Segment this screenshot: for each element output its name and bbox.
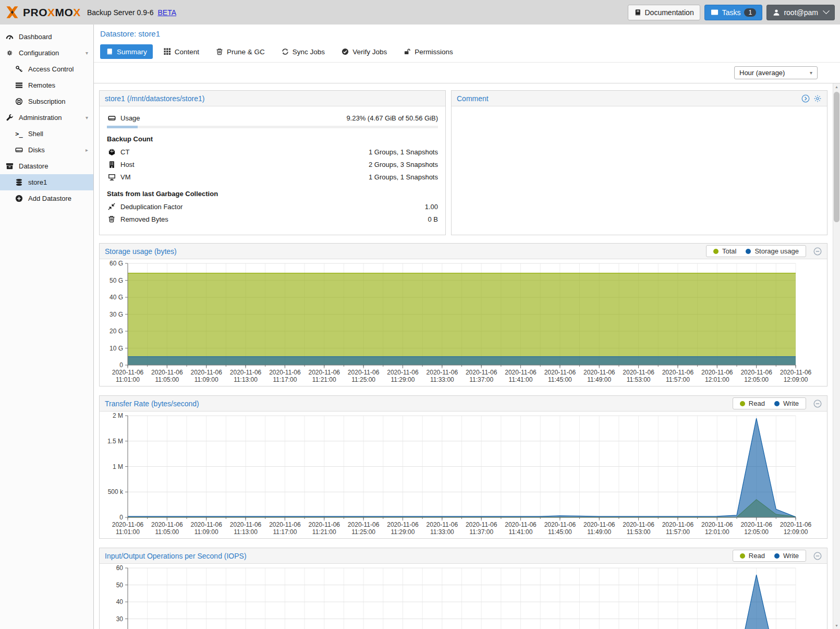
svg-text:2020-11-06: 2020-11-06	[544, 521, 576, 528]
scroll-up-icon[interactable]: ▲	[833, 85, 840, 89]
desktop-icon	[107, 173, 116, 181]
beta-link[interactable]: BETA	[158, 8, 177, 17]
gear-icon[interactable]	[813, 94, 822, 103]
main-area: Datastore: store1 SummaryContentPrune & …	[94, 25, 840, 629]
legend-item[interactable]: Write	[774, 400, 799, 407]
svg-text:12:05:00: 12:05:00	[744, 376, 769, 383]
svg-text:50: 50	[116, 582, 124, 589]
legend-label: Write	[783, 400, 799, 407]
chevron-down-icon[interactable]: ▾	[86, 50, 88, 56]
app-header: PROXMOX Backup Server 0.9-6 BETA Documen…	[0, 0, 840, 25]
sidebar-item-shell[interactable]: >_Shell	[0, 126, 93, 142]
documentation-button[interactable]: Documentation	[628, 5, 700, 20]
stat-value: 1.00	[425, 203, 438, 211]
svg-text:2020-11-06: 2020-11-06	[623, 369, 654, 376]
stat-value: 1 Groups, 1 Snapshots	[369, 173, 438, 181]
check-circle-icon	[342, 48, 349, 55]
database-icon	[15, 178, 23, 186]
sidebar-item-configuration[interactable]: Configuration▾	[0, 45, 93, 61]
gears-icon	[5, 49, 14, 57]
svg-text:11:29:00: 11:29:00	[391, 376, 415, 383]
legend-dot	[774, 553, 780, 559]
panel-title: Comment	[457, 94, 489, 103]
tasks-label: Tasks	[722, 8, 741, 17]
brand-name: PROXMOX	[23, 6, 81, 19]
svg-text:11:13:00: 11:13:00	[234, 528, 258, 536]
stat-label: Deduplication Factor	[120, 203, 182, 211]
stat-row-vm: VM1 Groups, 1 Snapshots	[107, 171, 438, 183]
tab-permissions[interactable]: Permissions	[398, 44, 459, 59]
cube-icon	[107, 148, 116, 156]
collapse-icon[interactable]	[813, 400, 822, 408]
proxmox-logo-icon	[5, 5, 19, 19]
svg-text:2020-11-06: 2020-11-06	[112, 521, 144, 528]
svg-text:2020-11-06: 2020-11-06	[387, 369, 419, 376]
comment-body	[452, 106, 827, 235]
sidebar-item-disks[interactable]: Disks▸	[0, 142, 93, 158]
disk-icon	[15, 146, 23, 154]
svg-text:2020-11-06: 2020-11-06	[662, 369, 694, 376]
svg-text:12:05:00: 12:05:00	[744, 528, 769, 536]
tab-verify-jobs[interactable]: Verify Jobs	[336, 44, 393, 59]
stat-label: CT	[120, 148, 129, 156]
svg-text:11:01:00: 11:01:00	[116, 376, 140, 383]
svg-text:11:37:00: 11:37:00	[469, 528, 493, 536]
sidebar-item-administration[interactable]: Administration▾	[0, 110, 93, 126]
legend-item[interactable]: Read	[740, 400, 765, 407]
svg-text:2020-11-06: 2020-11-06	[230, 369, 262, 376]
sidebar-item-remotes[interactable]: Remotes	[0, 77, 93, 93]
tab-label: Permissions	[415, 48, 453, 56]
scrollbar-thumb[interactable]	[834, 92, 839, 222]
sidebar-item-add-datastore[interactable]: Add Datastore	[0, 190, 93, 207]
svg-text:11:01:00: 11:01:00	[116, 528, 140, 536]
tab-prune-gc[interactable]: Prune & GC	[210, 44, 271, 59]
iops-chart: 01020304050602020-11-0611:01:002020-11-0…	[100, 564, 827, 629]
sidebar-item-label: Subscription	[28, 98, 66, 105]
svg-text:2020-11-06: 2020-11-06	[505, 369, 537, 376]
brand: PROXMOX	[5, 5, 81, 19]
svg-text:2020-11-06: 2020-11-06	[112, 369, 144, 376]
svg-text:10 G: 10 G	[109, 345, 123, 352]
expand-icon[interactable]	[801, 94, 810, 103]
section-heading: Stats from last Garbage Collection	[107, 190, 438, 198]
scroll-down-icon[interactable]: ▼	[833, 624, 840, 627]
chevron-right-icon[interactable]: ▸	[86, 147, 88, 153]
svg-text:11:09:00: 11:09:00	[194, 376, 218, 383]
stat-row-ct: CT1 Groups, 1 Snapshots	[107, 146, 438, 158]
sidebar-item-label: Add Datastore	[28, 195, 71, 202]
sidebar-item-subscription[interactable]: Subscription	[0, 93, 93, 110]
plus-circle-icon	[15, 195, 23, 202]
sidebar-item-store1[interactable]: store1	[0, 174, 93, 190]
timerange-select[interactable]: Hour (average) ▾	[734, 66, 818, 79]
tab-summary[interactable]: Summary	[100, 44, 153, 59]
sidebar-item-dashboard[interactable]: Dashboard	[0, 29, 93, 45]
svg-text:11:41:00: 11:41:00	[509, 376, 533, 383]
svg-text:2 M: 2 M	[113, 412, 123, 419]
sidebar-item-label: Dashboard	[19, 33, 52, 41]
legend-item[interactable]: Storage usage	[746, 247, 799, 255]
collapse-icon[interactable]	[813, 552, 822, 560]
tab-content[interactable]: Content	[158, 44, 205, 59]
stat-value: 2 Groups, 3 Snapshots	[369, 161, 438, 168]
sidebar-item-access-control[interactable]: Access Control	[0, 61, 93, 77]
collapse-icon[interactable]	[813, 247, 822, 256]
svg-text:2020-11-06: 2020-11-06	[740, 369, 772, 376]
legend-item[interactable]: Write	[774, 552, 799, 560]
svg-text:2020-11-06: 2020-11-06	[427, 521, 458, 528]
user-menu-button[interactable]: root@pam	[766, 5, 835, 20]
chevron-down-icon[interactable]: ▾	[86, 115, 88, 120]
storage-usage-chart: 010 G20 G30 G40 G50 G60 G2020-11-0611:01…	[100, 259, 827, 386]
legend-item[interactable]: Read	[740, 552, 765, 560]
datastore-summary-panel: store1 (/mnt/datastores/store1) Usage 9.…	[99, 90, 446, 235]
svg-text:11:41:00: 11:41:00	[509, 528, 533, 536]
panel-header: Input/Output Operations per Second (IOPS…	[100, 548, 827, 564]
sidebar-item-datastore[interactable]: Datastore	[0, 158, 93, 174]
sidebar-item-label: Configuration	[19, 49, 59, 57]
grid-icon	[164, 48, 171, 55]
rows-icon	[15, 81, 23, 89]
tasks-button[interactable]: Tasks 1	[704, 5, 763, 20]
user-label: root@pam	[784, 8, 818, 17]
tab-sync-jobs[interactable]: Sync Jobs	[276, 44, 331, 59]
vertical-scrollbar[interactable]: ▲ ▼	[833, 83, 840, 629]
legend-item[interactable]: Total	[713, 247, 736, 255]
